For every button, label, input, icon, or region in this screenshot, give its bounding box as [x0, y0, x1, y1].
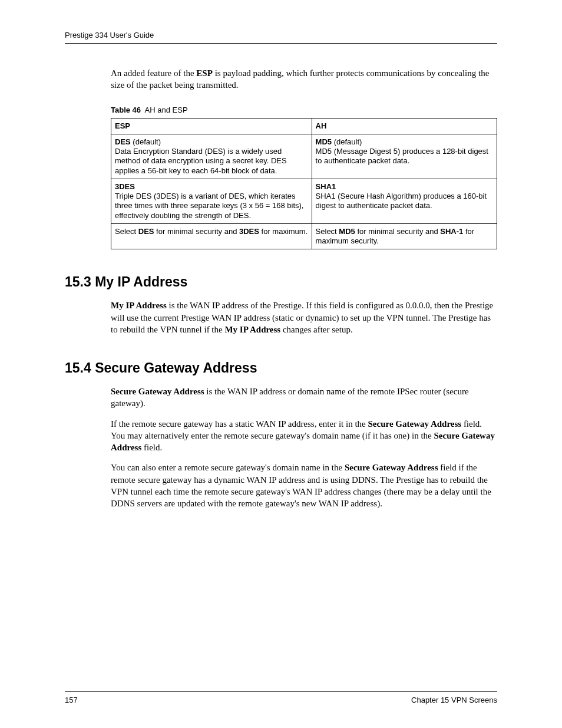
text: MD5 (Message Digest 5) produces a 128-bi… — [316, 147, 488, 165]
text-bold: MD5 — [316, 137, 332, 146]
paragraph: My IP Address is the WAN IP address of t… — [111, 299, 497, 335]
table-header-row: ESP AH — [111, 118, 497, 134]
paragraph: You can also enter a remote secure gatew… — [111, 462, 497, 509]
cell-esp-select: Select DES for minimal security and 3DES… — [111, 223, 312, 249]
section-154-body: Secure Gateway Address is the WAN IP add… — [111, 386, 497, 509]
paragraph: If the remote secure gateway has a stati… — [111, 418, 497, 454]
text-bold: DES — [138, 227, 154, 236]
text-bold: Secure Gateway Address — [345, 463, 438, 472]
page-number: 157 — [65, 696, 78, 704]
intro-block: An added feature of the ESP is payload p… — [111, 67, 497, 249]
text: Data Encryption Standard (DES) is a wide… — [115, 147, 287, 175]
text-bold: Secure Gateway Address — [368, 419, 462, 429]
text: for minimal security and — [154, 227, 239, 236]
cell-ah-select: Select MD5 for minimal security and SHA-… — [312, 223, 497, 249]
section-heading-153: 15.3 My IP Address — [65, 274, 497, 290]
text: field. — [141, 443, 162, 452]
text-bold: My IP Address — [111, 301, 167, 310]
table-row: 3DES Triple DES (3DES) is a variant of D… — [111, 179, 497, 223]
table-number: Table 46 — [111, 106, 141, 114]
text: (default) — [131, 137, 161, 146]
section-heading-154: 15.4 Secure Gateway Address — [65, 360, 497, 376]
text: Select — [316, 227, 339, 236]
paragraph: Secure Gateway Address is the WAN IP add… — [111, 386, 497, 410]
table-row: DES (default) Data Encryption Standard (… — [111, 134, 497, 179]
running-header: Prestige 334 User's Guide — [65, 31, 497, 44]
text: Select — [115, 227, 138, 236]
text: Triple DES (3DES) is a variant of DES, w… — [115, 192, 303, 220]
cell-esp-3des: 3DES Triple DES (3DES) is a variant of D… — [111, 179, 312, 223]
text-bold: MD5 — [339, 227, 355, 236]
cell-esp-des: DES (default) Data Encryption Standard (… — [111, 134, 312, 179]
cell-ah-sha1: SHA1 SHA1 (Secure Hash Algorithm) produc… — [312, 179, 497, 223]
table-caption: Table 46 AH and ESP — [111, 106, 497, 114]
ah-esp-table: ESP AH DES (default) Data Encryption Sta… — [111, 118, 497, 250]
text: You can also enter a remote secure gatew… — [111, 463, 345, 472]
text: SHA1 (Secure Hash Algorithm) produces a … — [316, 192, 487, 210]
table-title: AH and ESP — [145, 106, 188, 114]
cell-ah-md5: MD5 (default) MD5 (Message Digest 5) pro… — [312, 134, 497, 179]
page-footer: 157 Chapter 15 VPN Screens — [65, 691, 497, 704]
section-153-body: My IP Address is the WAN IP address of t… — [111, 299, 497, 335]
text-bold: 3DES — [239, 227, 259, 236]
chapter-label: Chapter 15 VPN Screens — [411, 696, 497, 704]
text: for minimal security and — [355, 227, 441, 236]
page: Prestige 334 User's Guide An added featu… — [0, 0, 562, 728]
text: An added feature of the — [111, 68, 196, 78]
esp-term: ESP — [196, 68, 213, 78]
text-bold: 3DES — [115, 182, 135, 191]
intro-paragraph: An added feature of the ESP is payload p… — [111, 67, 497, 91]
text-bold: My IP Address — [224, 325, 280, 334]
text: If the remote secure gateway has a stati… — [111, 419, 368, 429]
col-header-ah: AH — [312, 118, 497, 134]
text-bold: SHA1 — [316, 182, 336, 191]
text-bold: DES — [115, 137, 131, 146]
text: for maximum. — [259, 227, 308, 236]
text-bold: Secure Gateway Address — [111, 387, 204, 396]
table-row: Select DES for minimal security and 3DES… — [111, 223, 497, 249]
text: changes after setup. — [280, 325, 352, 334]
col-header-esp: ESP — [111, 118, 312, 134]
text: (default) — [332, 137, 362, 146]
text-bold: SHA-1 — [440, 227, 463, 236]
